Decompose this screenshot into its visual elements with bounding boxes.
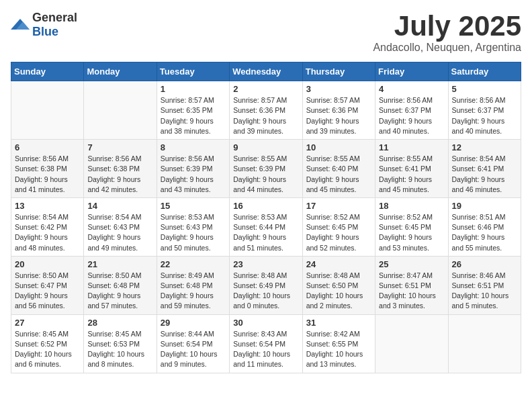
calendar-body: 1Sunrise: 8:57 AM Sunset: 6:35 PM Daylig…	[11, 81, 521, 373]
calendar-cell: 9Sunrise: 8:55 AM Sunset: 6:39 PM Daylig…	[230, 140, 302, 198]
day-detail: Sunrise: 8:43 AM Sunset: 6:54 PM Dayligh…	[233, 329, 298, 370]
weekday-row: SundayMondayTuesdayWednesdayThursdayFrid…	[11, 62, 521, 81]
week-row-4: 20Sunrise: 8:50 AM Sunset: 6:47 PM Dayli…	[11, 256, 521, 314]
calendar-cell: 13Sunrise: 8:54 AM Sunset: 6:42 PM Dayli…	[11, 197, 84, 256]
weekday-header-friday: Friday	[375, 62, 448, 81]
day-detail: Sunrise: 8:53 AM Sunset: 6:44 PM Dayligh…	[233, 212, 298, 253]
day-number: 9	[233, 142, 298, 152]
weekday-header-thursday: Thursday	[302, 62, 375, 81]
day-number: 11	[379, 142, 444, 152]
day-number: 25	[379, 259, 444, 269]
day-detail: Sunrise: 8:55 AM Sunset: 6:41 PM Dayligh…	[379, 154, 444, 195]
day-detail: Sunrise: 8:56 AM Sunset: 6:37 PM Dayligh…	[379, 95, 444, 136]
weekday-header-sunday: Sunday	[11, 62, 84, 81]
calendar-cell	[448, 314, 521, 373]
day-detail: Sunrise: 8:46 AM Sunset: 6:51 PM Dayligh…	[452, 271, 517, 312]
week-row-3: 13Sunrise: 8:54 AM Sunset: 6:42 PM Dayli…	[11, 197, 521, 256]
calendar-cell: 4Sunrise: 8:56 AM Sunset: 6:37 PM Daylig…	[375, 81, 448, 140]
subtitle: Andacollo, Neuquen, Argentina	[373, 42, 521, 54]
day-detail: Sunrise: 8:45 AM Sunset: 6:53 PM Dayligh…	[87, 329, 152, 370]
day-detail: Sunrise: 8:56 AM Sunset: 6:38 PM Dayligh…	[15, 154, 80, 195]
calendar-cell: 25Sunrise: 8:47 AM Sunset: 6:51 PM Dayli…	[375, 256, 448, 314]
calendar-cell: 7Sunrise: 8:56 AM Sunset: 6:38 PM Daylig…	[84, 140, 157, 198]
day-detail: Sunrise: 8:55 AM Sunset: 6:39 PM Dayligh…	[233, 154, 298, 195]
day-detail: Sunrise: 8:56 AM Sunset: 6:37 PM Dayligh…	[452, 95, 517, 136]
header: General Blue July 2025 Andacollo, Neuque…	[11, 11, 521, 54]
day-detail: Sunrise: 8:54 AM Sunset: 6:41 PM Dayligh…	[452, 154, 517, 195]
day-number: 31	[306, 318, 371, 328]
day-detail: Sunrise: 8:55 AM Sunset: 6:40 PM Dayligh…	[306, 154, 371, 195]
day-detail: Sunrise: 8:49 AM Sunset: 6:48 PM Dayligh…	[161, 271, 226, 312]
day-detail: Sunrise: 8:56 AM Sunset: 6:39 PM Dayligh…	[161, 154, 226, 195]
day-number: 23	[233, 259, 298, 269]
calendar-cell: 21Sunrise: 8:50 AM Sunset: 6:48 PM Dayli…	[84, 256, 157, 314]
day-number: 7	[87, 142, 152, 152]
day-detail: Sunrise: 8:44 AM Sunset: 6:54 PM Dayligh…	[161, 329, 226, 370]
day-number: 6	[15, 142, 80, 152]
day-number: 30	[233, 318, 298, 328]
calendar-cell: 12Sunrise: 8:54 AM Sunset: 6:41 PM Dayli…	[448, 140, 521, 198]
day-detail: Sunrise: 8:47 AM Sunset: 6:51 PM Dayligh…	[379, 271, 444, 312]
week-row-2: 6Sunrise: 8:56 AM Sunset: 6:38 PM Daylig…	[11, 140, 521, 198]
day-number: 22	[161, 259, 226, 269]
calendar-cell: 29Sunrise: 8:44 AM Sunset: 6:54 PM Dayli…	[157, 314, 229, 373]
logo-blue: Blue	[32, 25, 58, 38]
day-number: 14	[87, 201, 152, 211]
logo-icon	[11, 17, 30, 32]
calendar-cell: 1Sunrise: 8:57 AM Sunset: 6:35 PM Daylig…	[157, 81, 229, 140]
day-detail: Sunrise: 8:53 AM Sunset: 6:43 PM Dayligh…	[161, 212, 226, 253]
day-detail: Sunrise: 8:57 AM Sunset: 6:35 PM Dayligh…	[161, 95, 226, 136]
calendar-cell: 18Sunrise: 8:52 AM Sunset: 6:45 PM Dayli…	[375, 197, 448, 256]
calendar-cell: 30Sunrise: 8:43 AM Sunset: 6:54 PM Dayli…	[230, 314, 302, 373]
day-number: 13	[15, 201, 80, 211]
day-detail: Sunrise: 8:50 AM Sunset: 6:47 PM Dayligh…	[15, 271, 80, 312]
day-detail: Sunrise: 8:48 AM Sunset: 6:49 PM Dayligh…	[233, 271, 298, 312]
calendar-cell: 5Sunrise: 8:56 AM Sunset: 6:37 PM Daylig…	[448, 81, 521, 140]
calendar-cell: 20Sunrise: 8:50 AM Sunset: 6:47 PM Dayli…	[11, 256, 84, 314]
day-number: 16	[233, 201, 298, 211]
main-title: July 2025	[373, 11, 521, 42]
day-number: 27	[15, 318, 80, 328]
day-number: 2	[233, 84, 298, 94]
day-number: 10	[306, 142, 371, 152]
logo: General Blue	[11, 11, 77, 39]
calendar-cell: 14Sunrise: 8:54 AM Sunset: 6:43 PM Dayli…	[84, 197, 157, 256]
calendar-cell: 15Sunrise: 8:53 AM Sunset: 6:43 PM Dayli…	[157, 197, 229, 256]
day-number: 26	[452, 259, 517, 269]
day-detail: Sunrise: 8:45 AM Sunset: 6:52 PM Dayligh…	[15, 329, 80, 370]
day-number: 28	[87, 318, 152, 328]
day-detail: Sunrise: 8:57 AM Sunset: 6:36 PM Dayligh…	[306, 95, 371, 136]
day-detail: Sunrise: 8:54 AM Sunset: 6:43 PM Dayligh…	[87, 212, 152, 253]
calendar-cell: 27Sunrise: 8:45 AM Sunset: 6:52 PM Dayli…	[11, 314, 84, 373]
day-number: 24	[306, 259, 371, 269]
day-number: 29	[161, 318, 226, 328]
day-number: 19	[452, 201, 517, 211]
calendar-table: SundayMondayTuesdayWednesdayThursdayFrid…	[11, 62, 521, 373]
day-number: 15	[161, 201, 226, 211]
day-detail: Sunrise: 8:52 AM Sunset: 6:45 PM Dayligh…	[306, 212, 371, 253]
day-number: 8	[161, 142, 226, 152]
day-detail: Sunrise: 8:50 AM Sunset: 6:48 PM Dayligh…	[87, 271, 152, 312]
calendar-cell: 17Sunrise: 8:52 AM Sunset: 6:45 PM Dayli…	[302, 197, 375, 256]
day-detail: Sunrise: 8:54 AM Sunset: 6:42 PM Dayligh…	[15, 212, 80, 253]
calendar-cell: 8Sunrise: 8:56 AM Sunset: 6:39 PM Daylig…	[157, 140, 229, 198]
day-detail: Sunrise: 8:51 AM Sunset: 6:46 PM Dayligh…	[452, 212, 517, 253]
calendar-cell: 31Sunrise: 8:42 AM Sunset: 6:55 PM Dayli…	[302, 314, 375, 373]
day-number: 3	[306, 84, 371, 94]
week-row-1: 1Sunrise: 8:57 AM Sunset: 6:35 PM Daylig…	[11, 81, 521, 140]
calendar-cell: 26Sunrise: 8:46 AM Sunset: 6:51 PM Dayli…	[448, 256, 521, 314]
calendar-cell	[375, 314, 448, 373]
day-detail: Sunrise: 8:56 AM Sunset: 6:38 PM Dayligh…	[87, 154, 152, 195]
week-row-5: 27Sunrise: 8:45 AM Sunset: 6:52 PM Dayli…	[11, 314, 521, 373]
day-detail: Sunrise: 8:42 AM Sunset: 6:55 PM Dayligh…	[306, 329, 371, 370]
calendar-cell: 10Sunrise: 8:55 AM Sunset: 6:40 PM Dayli…	[302, 140, 375, 198]
calendar-cell: 19Sunrise: 8:51 AM Sunset: 6:46 PM Dayli…	[448, 197, 521, 256]
day-number: 17	[306, 201, 371, 211]
calendar-cell: 16Sunrise: 8:53 AM Sunset: 6:44 PM Dayli…	[230, 197, 302, 256]
day-number: 18	[379, 201, 444, 211]
calendar-cell	[84, 81, 157, 140]
day-number: 1	[161, 84, 226, 94]
calendar-cell	[11, 81, 84, 140]
calendar-cell: 28Sunrise: 8:45 AM Sunset: 6:53 PM Dayli…	[84, 314, 157, 373]
day-detail: Sunrise: 8:48 AM Sunset: 6:50 PM Dayligh…	[306, 271, 371, 312]
